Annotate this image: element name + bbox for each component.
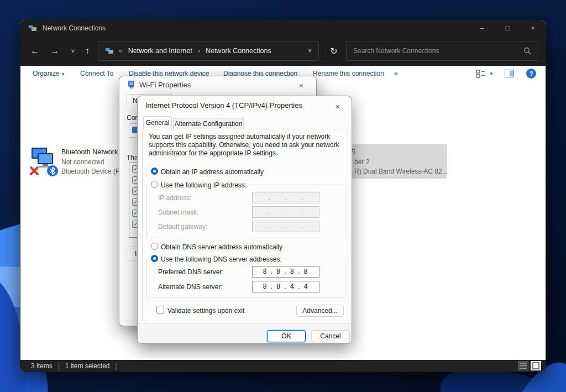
validate-label: Validate settings upon exit (167, 307, 244, 315)
up-icon[interactable]: ↑ (80, 44, 95, 58)
ipv4-dialog-title: Internet Protocol Version 4 (TCP/IPv4) P… (145, 101, 302, 109)
items-count: 3 items (31, 362, 53, 370)
breadcrumb-separator-icon: › (198, 47, 200, 55)
overflow-icon[interactable]: » (394, 70, 398, 77)
validate-checkbox[interactable] (156, 306, 164, 313)
minimize-icon[interactable]: – (469, 20, 495, 36)
breadcrumb-current[interactable]: Network Connections (206, 47, 271, 55)
caret-down-icon: ▾ (62, 71, 65, 77)
back-icon[interactable]: ← (28, 44, 42, 58)
use-dns-radio[interactable] (151, 255, 158, 262)
advanced-button[interactable]: Advanced... (296, 305, 344, 317)
status-bar: 3 items | 1 item selected | (20, 360, 546, 372)
ipv4-description: You can get IP settings assigned automat… (149, 133, 341, 158)
view-caret-icon[interactable]: ▾ (490, 71, 492, 76)
ip-address-field: . . . (252, 192, 319, 203)
tab-alternate-configuration[interactable]: Alternate Configuration (173, 118, 244, 129)
preferred-dns-label: Preferred DNS server: (158, 268, 224, 276)
alternate-dns-label: Alternate DNS server: (158, 283, 223, 291)
close-icon[interactable]: × (294, 79, 308, 92)
use-dns-label: Use the following DNS server addresses: (161, 255, 284, 263)
ip-address-label: IP address: (158, 194, 191, 202)
alternate-dns-field[interactable]: 8 . 8 . 4 . 4 (252, 281, 319, 292)
maximize-icon[interactable]: □ (495, 20, 520, 36)
navigation-bar: ← → ˅ ↑ « Network and Internet › Network… (20, 36, 546, 66)
icons-view-icon[interactable] (531, 361, 541, 370)
window-title: Network Connections (43, 24, 106, 32)
bluetooth-status: Not connected (61, 158, 104, 166)
search-box (346, 41, 538, 61)
history-chevron-icon[interactable]: ˅ (66, 44, 80, 58)
wifi-dialog-title: Wi-Fi Properties (139, 81, 191, 89)
organize-button[interactable]: Organize▾ (33, 70, 64, 77)
view-controls: ▾ ? (476, 66, 546, 81)
change-view-icon[interactable] (476, 70, 485, 78)
use-ip-radio[interactable] (151, 181, 158, 188)
status-separator: | (58, 362, 60, 370)
default-gateway-label: Default gateway: (158, 223, 207, 231)
wifi-device-fragment: R) Dual Band Wireless-AC 82... (354, 168, 448, 175)
status-separator: | (116, 362, 117, 370)
address-bar[interactable]: « Network and Internet › Network Connect… (98, 41, 319, 61)
disconnected-x-icon (31, 168, 38, 174)
ipv4-properties-dialog: Internet Protocol Version 4 (TCP/IPv4) P… (137, 96, 352, 344)
search-input[interactable] (347, 47, 523, 55)
obtain-ip-label: Obtain an IP address automatically (161, 168, 264, 176)
location-icon (105, 47, 114, 55)
window-controls: – □ × (469, 20, 546, 36)
cancel-button[interactable]: Cancel (311, 330, 350, 342)
close-icon[interactable]: × (520, 20, 546, 36)
breadcrumb-collapse-icon[interactable]: « (119, 47, 123, 55)
selected-count: 1 item selected (65, 362, 110, 370)
use-ip-label: Use the following IP address: (161, 181, 249, 189)
refresh-icon[interactable]: ↻ (324, 41, 344, 61)
breadcrumb-root[interactable]: Network and Internet (128, 47, 192, 55)
ok-button[interactable]: OK (267, 330, 306, 342)
address-dropdown-icon[interactable]: ˅ (308, 47, 312, 55)
subnet-mask-label: Subnet mask: (158, 208, 198, 216)
rename-button[interactable]: Rename this connection (313, 70, 384, 77)
preferred-dns-field[interactable]: 8 . 8 . 8 . 8 (252, 266, 319, 278)
default-gateway-field: . . . (252, 221, 319, 232)
wifi-status-fragment: ber 2 (354, 158, 369, 166)
obtain-dns-label: Obtain DNS server address automatically (161, 243, 282, 251)
network-app-icon (28, 24, 38, 32)
obtain-dns-radio[interactable] (151, 243, 158, 250)
tab-general[interactable]: General (143, 116, 172, 129)
search-icon (523, 47, 531, 55)
wifi-properties-icon (128, 81, 135, 89)
details-view-icon[interactable] (518, 361, 528, 370)
forward-icon[interactable]: → (48, 44, 62, 58)
subnet-mask-field: . . . (252, 206, 319, 218)
titlebar: Network Connections – □ × (20, 20, 546, 36)
preview-pane-icon[interactable] (505, 70, 514, 77)
bluetooth-adapter-icon[interactable] (29, 145, 59, 177)
desktop: Network Connections – □ × ← → ˅ ↑ « Netw… (0, 0, 566, 392)
close-icon[interactable]: × (331, 100, 345, 113)
help-icon[interactable]: ? (526, 69, 536, 79)
connect-to-button[interactable]: Connect To (80, 70, 114, 77)
obtain-ip-radio[interactable] (151, 168, 158, 175)
